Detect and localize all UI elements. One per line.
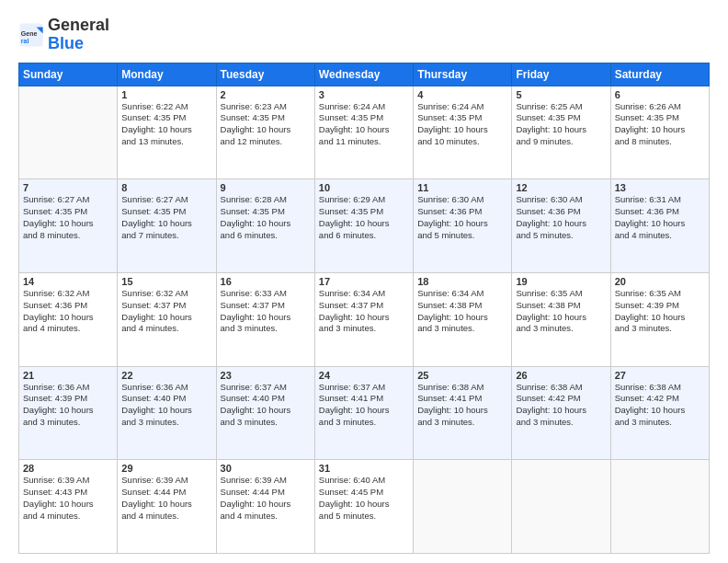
day-number: 27 xyxy=(615,370,705,381)
calendar-row: 21Sunrise: 6:36 AM Sunset: 4:39 PM Dayli… xyxy=(19,366,710,460)
day-number: 15 xyxy=(121,276,211,287)
calendar-row: 1Sunrise: 6:22 AM Sunset: 4:35 PM Daylig… xyxy=(19,86,710,179)
day-info: Sunrise: 6:39 AM Sunset: 4:43 PM Dayligh… xyxy=(23,475,113,522)
day-info: Sunrise: 6:32 AM Sunset: 4:36 PM Dayligh… xyxy=(23,288,113,335)
day-info: Sunrise: 6:23 AM Sunset: 4:35 PM Dayligh… xyxy=(221,101,311,148)
table-row: 25Sunrise: 6:38 AM Sunset: 4:41 PM Dayli… xyxy=(414,366,512,460)
day-number: 2 xyxy=(221,89,311,100)
day-number: 9 xyxy=(221,182,311,193)
day-info: Sunrise: 6:35 AM Sunset: 4:39 PM Dayligh… xyxy=(615,288,705,335)
day-number: 5 xyxy=(516,89,606,100)
table-row: 7Sunrise: 6:27 AM Sunset: 4:35 PM Daylig… xyxy=(19,179,118,273)
table-row: 4Sunrise: 6:24 AM Sunset: 4:35 PM Daylig… xyxy=(414,86,512,179)
day-number: 24 xyxy=(319,370,409,381)
table-row: 16Sunrise: 6:33 AM Sunset: 4:37 PM Dayli… xyxy=(216,272,314,366)
logo-icon: Gene ral xyxy=(18,22,44,48)
day-info: Sunrise: 6:37 AM Sunset: 4:40 PM Dayligh… xyxy=(221,382,311,429)
day-info: Sunrise: 6:31 AM Sunset: 4:36 PM Dayligh… xyxy=(615,194,705,241)
day-info: Sunrise: 6:27 AM Sunset: 4:35 PM Dayligh… xyxy=(121,194,211,241)
day-number: 31 xyxy=(319,463,409,474)
table-row: 5Sunrise: 6:25 AM Sunset: 4:35 PM Daylig… xyxy=(512,86,610,179)
day-number: 1 xyxy=(121,89,211,100)
day-info: Sunrise: 6:27 AM Sunset: 4:35 PM Dayligh… xyxy=(23,194,113,241)
day-info: Sunrise: 6:36 AM Sunset: 4:40 PM Dayligh… xyxy=(121,382,211,429)
day-number: 30 xyxy=(221,463,311,474)
calendar-row: 7Sunrise: 6:27 AM Sunset: 4:35 PM Daylig… xyxy=(19,179,710,273)
day-info: Sunrise: 6:38 AM Sunset: 4:42 PM Dayligh… xyxy=(615,382,705,429)
table-row: 14Sunrise: 6:32 AM Sunset: 4:36 PM Dayli… xyxy=(19,272,118,366)
day-info: Sunrise: 6:35 AM Sunset: 4:38 PM Dayligh… xyxy=(516,288,606,335)
table-row: 26Sunrise: 6:38 AM Sunset: 4:42 PM Dayli… xyxy=(512,366,610,460)
table-row xyxy=(414,460,512,554)
day-info: Sunrise: 6:40 AM Sunset: 4:45 PM Dayligh… xyxy=(319,475,409,522)
day-number: 17 xyxy=(319,276,409,287)
day-info: Sunrise: 6:33 AM Sunset: 4:37 PM Dayligh… xyxy=(221,288,311,335)
day-number: 28 xyxy=(23,463,113,474)
table-row: 29Sunrise: 6:39 AM Sunset: 4:44 PM Dayli… xyxy=(118,460,216,554)
day-number: 12 xyxy=(516,182,606,193)
col-tuesday: Tuesday xyxy=(216,63,314,86)
day-info: Sunrise: 6:34 AM Sunset: 4:37 PM Dayligh… xyxy=(319,288,409,335)
logo-blue: Blue xyxy=(48,34,84,52)
day-info: Sunrise: 6:37 AM Sunset: 4:41 PM Dayligh… xyxy=(319,382,409,429)
table-row: 8Sunrise: 6:27 AM Sunset: 4:35 PM Daylig… xyxy=(118,179,216,273)
day-number: 4 xyxy=(417,89,507,100)
day-number: 23 xyxy=(221,370,311,381)
table-row: 15Sunrise: 6:32 AM Sunset: 4:37 PM Dayli… xyxy=(118,272,216,366)
day-number: 21 xyxy=(23,370,113,381)
table-row: 9Sunrise: 6:28 AM Sunset: 4:35 PM Daylig… xyxy=(216,179,314,273)
table-row: 20Sunrise: 6:35 AM Sunset: 4:39 PM Dayli… xyxy=(610,272,709,366)
svg-text:ral: ral xyxy=(21,38,29,44)
day-info: Sunrise: 6:25 AM Sunset: 4:35 PM Dayligh… xyxy=(516,101,606,148)
table-row: 19Sunrise: 6:35 AM Sunset: 4:38 PM Dayli… xyxy=(512,272,610,366)
logo: Gene ral General Blue xyxy=(18,17,109,53)
day-number: 19 xyxy=(516,276,606,287)
day-number: 10 xyxy=(319,182,409,193)
table-row: 18Sunrise: 6:34 AM Sunset: 4:38 PM Dayli… xyxy=(414,272,512,366)
day-info: Sunrise: 6:28 AM Sunset: 4:35 PM Dayligh… xyxy=(221,194,311,241)
col-saturday: Saturday xyxy=(610,63,709,86)
table-row xyxy=(512,460,610,554)
day-number: 6 xyxy=(615,89,705,100)
table-row xyxy=(610,460,709,554)
table-row: 21Sunrise: 6:36 AM Sunset: 4:39 PM Dayli… xyxy=(19,366,118,460)
table-row: 23Sunrise: 6:37 AM Sunset: 4:40 PM Dayli… xyxy=(216,366,314,460)
table-row: 1Sunrise: 6:22 AM Sunset: 4:35 PM Daylig… xyxy=(118,86,216,179)
header: Gene ral General Blue xyxy=(18,17,710,53)
col-monday: Monday xyxy=(118,63,216,86)
table-row: 30Sunrise: 6:39 AM Sunset: 4:44 PM Dayli… xyxy=(216,460,314,554)
day-number: 13 xyxy=(615,182,705,193)
day-number: 3 xyxy=(319,89,409,100)
day-info: Sunrise: 6:32 AM Sunset: 4:37 PM Dayligh… xyxy=(121,288,211,335)
logo-text: General Blue xyxy=(48,17,109,53)
table-row: 22Sunrise: 6:36 AM Sunset: 4:40 PM Dayli… xyxy=(118,366,216,460)
day-info: Sunrise: 6:38 AM Sunset: 4:42 PM Dayligh… xyxy=(516,382,606,429)
day-number: 20 xyxy=(615,276,705,287)
col-wednesday: Wednesday xyxy=(314,63,413,86)
day-info: Sunrise: 6:38 AM Sunset: 4:41 PM Dayligh… xyxy=(417,382,507,429)
calendar-row: 28Sunrise: 6:39 AM Sunset: 4:43 PM Dayli… xyxy=(19,460,710,554)
table-row: 27Sunrise: 6:38 AM Sunset: 4:42 PM Dayli… xyxy=(610,366,709,460)
day-info: Sunrise: 6:29 AM Sunset: 4:35 PM Dayligh… xyxy=(319,194,409,241)
svg-text:Gene: Gene xyxy=(21,30,38,37)
day-number: 7 xyxy=(23,182,113,193)
day-info: Sunrise: 6:34 AM Sunset: 4:38 PM Dayligh… xyxy=(417,288,507,335)
table-row: 6Sunrise: 6:26 AM Sunset: 4:35 PM Daylig… xyxy=(610,86,709,179)
col-friday: Friday xyxy=(512,63,610,86)
table-row: 28Sunrise: 6:39 AM Sunset: 4:43 PM Dayli… xyxy=(19,460,118,554)
table-row: 12Sunrise: 6:30 AM Sunset: 4:36 PM Dayli… xyxy=(512,179,610,273)
table-row: 31Sunrise: 6:40 AM Sunset: 4:45 PM Dayli… xyxy=(314,460,413,554)
calendar-header-row: Sunday Monday Tuesday Wednesday Thursday… xyxy=(19,63,710,86)
table-row: 2Sunrise: 6:23 AM Sunset: 4:35 PM Daylig… xyxy=(216,86,314,179)
table-row: 11Sunrise: 6:30 AM Sunset: 4:36 PM Dayli… xyxy=(414,179,512,273)
table-row: 13Sunrise: 6:31 AM Sunset: 4:36 PM Dayli… xyxy=(610,179,709,273)
calendar-table: Sunday Monday Tuesday Wednesday Thursday… xyxy=(18,63,710,554)
day-number: 11 xyxy=(417,182,507,193)
col-thursday: Thursday xyxy=(414,63,512,86)
day-number: 14 xyxy=(23,276,113,287)
day-info: Sunrise: 6:24 AM Sunset: 4:35 PM Dayligh… xyxy=(417,101,507,148)
day-number: 16 xyxy=(221,276,311,287)
day-number: 8 xyxy=(121,182,211,193)
day-info: Sunrise: 6:26 AM Sunset: 4:35 PM Dayligh… xyxy=(615,101,705,148)
table-row xyxy=(19,86,118,179)
